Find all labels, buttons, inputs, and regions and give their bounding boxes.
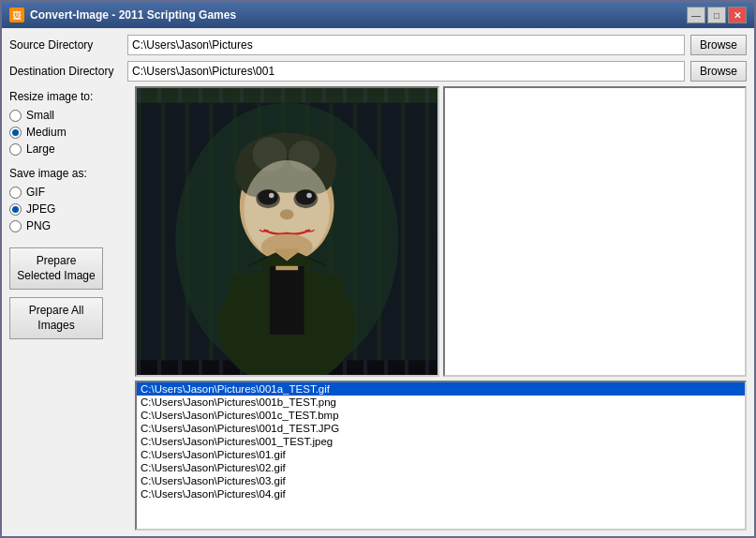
svg-rect-17 xyxy=(270,266,304,335)
destination-directory-row: Destination Directory Browse xyxy=(9,60,747,82)
radio-png[interactable]: PNG xyxy=(9,219,131,232)
svg-point-29 xyxy=(269,193,274,198)
svg-point-31 xyxy=(280,209,294,219)
prepare-selected-button[interactable]: Prepare Selected Image xyxy=(9,247,103,290)
radio-large-circle xyxy=(9,143,22,156)
svg-point-30 xyxy=(306,193,311,198)
image-area xyxy=(135,86,747,377)
svg-rect-2 xyxy=(161,103,166,361)
svg-rect-1 xyxy=(137,103,141,361)
radio-medium[interactable]: Medium xyxy=(9,126,131,139)
save-format-label: Save image as: xyxy=(9,167,131,180)
source-image-box xyxy=(135,86,439,377)
file-item[interactable]: C:\Users\Jason\Pictures\04.gif xyxy=(137,487,745,501)
destination-image-box xyxy=(443,86,748,377)
radio-png-circle xyxy=(9,220,22,232)
radio-medium-circle xyxy=(9,127,22,139)
left-panel: Resize image to: Small Medium Large xyxy=(9,86,131,531)
minimize-button[interactable]: — xyxy=(687,7,705,23)
radio-gif-label: GIF xyxy=(26,186,45,199)
title-bar: 🖼 Convert-Image - 2011 Scripting Games —… xyxy=(2,2,754,28)
resize-radio-group: Small Medium Large xyxy=(9,109,131,156)
file-item[interactable]: C:\Users\Jason\Pictures\001a_TEST.gif xyxy=(137,382,745,396)
main-area: Resize image to: Small Medium Large xyxy=(9,86,747,531)
radio-medium-label: Medium xyxy=(26,126,67,139)
file-item[interactable]: C:\Users\Jason\Pictures\03.gif xyxy=(137,474,745,487)
source-directory-row: Source Directory Browse xyxy=(9,34,747,56)
title-buttons: — □ ✕ xyxy=(687,7,747,23)
file-item[interactable]: C:\Users\Jason\Pictures\001_TEST.jpeg xyxy=(137,435,745,448)
app-icon: 🖼 xyxy=(9,7,24,22)
source-input[interactable] xyxy=(127,35,685,55)
file-item[interactable]: C:\Users\Jason\Pictures\02.gif xyxy=(137,461,745,474)
file-item[interactable]: C:\Users\Jason\Pictures\001c_TEST.bmp xyxy=(137,409,745,422)
format-radio-group: GIF JPEG PNG xyxy=(9,186,131,232)
svg-point-27 xyxy=(256,189,280,208)
radio-gif[interactable]: GIF xyxy=(9,186,131,199)
radio-small-circle xyxy=(9,110,22,122)
source-label: Source Directory xyxy=(9,38,122,52)
center-panel: C:\Users\Jason\Pictures\001a_TEST.gifC:\… xyxy=(135,86,747,531)
destination-input[interactable] xyxy=(127,61,685,82)
radio-small[interactable]: Small xyxy=(9,109,131,122)
radio-large-label: Large xyxy=(26,142,55,156)
source-browse-button[interactable]: Browse xyxy=(690,35,747,55)
svg-rect-13 xyxy=(425,103,430,361)
file-item[interactable]: C:\Users\Jason\Pictures\01.gif xyxy=(137,448,745,461)
main-window: 🖼 Convert-Image - 2011 Scripting Games —… xyxy=(0,0,756,538)
maximize-button[interactable]: □ xyxy=(707,7,726,23)
radio-png-label: PNG xyxy=(26,219,51,232)
content-area: Source Directory Browse Destination Dire… xyxy=(2,28,754,536)
svg-point-28 xyxy=(294,189,319,208)
file-item[interactable]: C:\Users\Jason\Pictures\001b_TEST.png xyxy=(137,396,745,409)
radio-jpeg-label: JPEG xyxy=(26,202,55,216)
radio-gif-circle xyxy=(9,187,22,199)
joker-svg xyxy=(137,88,437,375)
radio-jpeg[interactable]: JPEG xyxy=(9,202,131,216)
window-title: Convert-Image - 2011 Scripting Games xyxy=(30,8,236,22)
svg-rect-12 xyxy=(401,103,406,361)
close-button[interactable]: ✕ xyxy=(728,7,747,23)
radio-jpeg-circle xyxy=(9,203,22,216)
destination-browse-button[interactable]: Browse xyxy=(690,61,747,82)
file-list[interactable]: C:\Users\Jason\Pictures\001a_TEST.gifC:\… xyxy=(135,381,747,531)
destination-label: Destination Directory xyxy=(9,65,122,78)
radio-large[interactable]: Large xyxy=(9,142,131,156)
joker-image xyxy=(137,88,437,375)
file-item[interactable]: C:\Users\Jason\Pictures\001d_TEST.JPG xyxy=(137,422,745,435)
title-bar-left: 🖼 Convert-Image - 2011 Scripting Games xyxy=(9,7,236,22)
resize-label: Resize image to: xyxy=(9,90,131,103)
radio-small-label: Small xyxy=(26,109,54,122)
prepare-all-button[interactable]: Prepare All Images xyxy=(9,297,103,339)
